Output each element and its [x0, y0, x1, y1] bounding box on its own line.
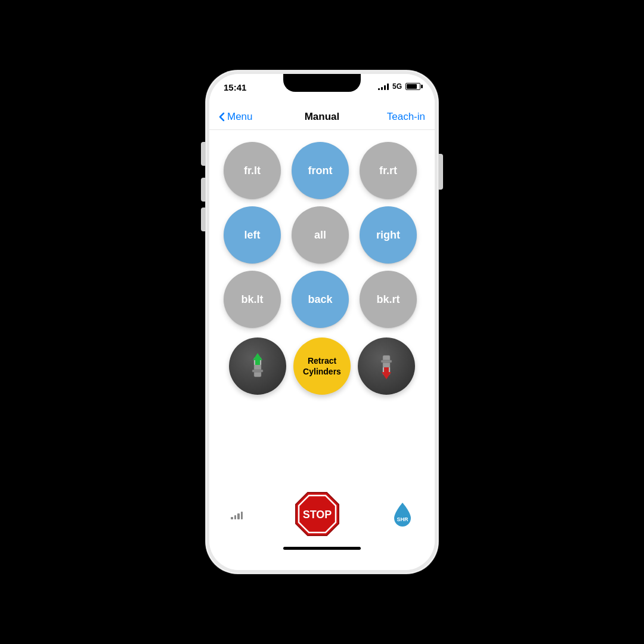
cylinder-up-icon	[241, 349, 274, 383]
action-row: Retract Cylinders	[224, 338, 420, 395]
main-content: fr.lt front fr.rt left all	[209, 130, 435, 570]
stop-sign-icon: STOP	[293, 490, 341, 538]
svg-text:SHR: SHR	[397, 516, 408, 522]
cylinder-down-icon	[370, 349, 403, 383]
btn-all[interactable]: all	[292, 206, 349, 264]
extend-button[interactable]	[229, 338, 286, 395]
phone-frame: 15:41 5G Menu	[206, 70, 438, 574]
svg-rect-5	[381, 360, 392, 363]
back-button[interactable]: Menu	[219, 111, 287, 123]
nav-title: Manual	[287, 111, 356, 123]
btn-front[interactable]: front	[292, 142, 349, 199]
notch	[283, 74, 361, 92]
lower-button[interactable]	[358, 338, 415, 395]
back-label: Menu	[227, 111, 253, 123]
bottom-signal-icon	[231, 511, 243, 519]
svg-text:STOP: STOP	[303, 509, 332, 521]
stop-button[interactable]: STOP	[293, 490, 341, 540]
shr-logo: SHR	[392, 501, 413, 529]
btn-back[interactable]: back	[292, 271, 349, 328]
status-icons: 5G	[378, 82, 420, 91]
signal-bars	[378, 83, 389, 90]
btn-right[interactable]: right	[360, 206, 417, 264]
btn-left[interactable]: left	[224, 206, 281, 264]
nav-bar: Menu Manual Teach-in	[209, 104, 435, 130]
btn-fr-rt[interactable]: fr.rt	[360, 142, 417, 199]
shr-drop-icon: SHR	[392, 501, 413, 527]
btn-bk-rt[interactable]: bk.rt	[360, 271, 417, 328]
teach-in-button[interactable]: Teach-in	[357, 111, 425, 123]
btn-bk-lt[interactable]: bk.lt	[224, 271, 281, 328]
direction-grid: fr.lt front fr.rt left all	[224, 142, 420, 328]
network-type: 5G	[392, 82, 402, 91]
phone-screen: 15:41 5G Menu	[209, 74, 435, 570]
retract-button[interactable]: Retract Cylinders	[293, 338, 351, 395]
chevron-left-icon	[219, 112, 225, 122]
svg-rect-1	[252, 370, 263, 372]
bottom-area: STOP SHR	[219, 490, 425, 558]
bottom-icons-row: STOP SHR	[219, 490, 425, 540]
battery-fill	[407, 84, 417, 89]
btn-fr-lt[interactable]: fr.lt	[224, 142, 281, 199]
battery-icon	[405, 83, 420, 90]
status-bar: 15:41 5G	[209, 74, 435, 104]
home-indicator	[283, 547, 361, 550]
